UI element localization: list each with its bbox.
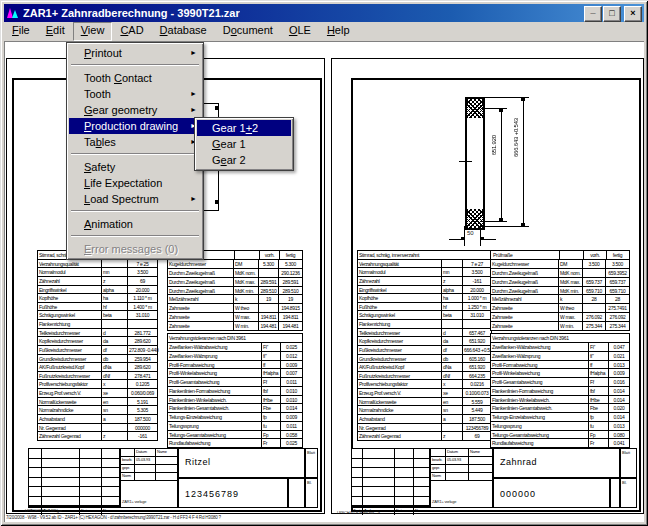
table-row: Fußkreisdurchmesser df 272.809 -0.440 [38,346,157,355]
cell-value: -161 [128,432,157,440]
menu-item[interactable]: Tooth Contact ► [69,70,201,86]
cell-value: 3.500 [463,268,491,276]
plot-note: I-PSCH PT P-B-BP har [25,508,62,513]
menu-item[interactable]: Tables ► [69,134,201,150]
table-row: AK/Fußnutzkreisd.Kopf dNa 289.620 [38,363,157,372]
menu-bar: FileEditViewCADDatabaseDocumentOLEHelp [4,22,644,41]
menubar-item[interactable]: View [73,22,113,41]
status-footer: 7/20/2008 - W98 - V9.52 ab ID - ZAR1+ (C… [6,515,221,520]
table-row: gepr. [431,465,492,473]
menu-item[interactable]: Gear 1 ► [197,136,291,152]
minimize-button[interactable]: _ [584,6,602,22]
cell-symbol: fHbe [589,396,609,404]
title-bar[interactable]: ZAR1+ Zahnradberechnung - 3990T21.zar _ … [4,4,644,22]
menu-item[interactable]: Production drawing ► [69,118,201,134]
cell-label: Rundlaufabweichung [491,439,589,447]
menubar-item[interactable]: Edit [38,22,73,41]
cell-value: 187.500 [128,415,157,423]
cell-label: Grundkreisdurchmesser [38,355,102,363]
menu-item[interactable]: Safety ► [69,159,201,175]
table-row: Profil-Gesamtabweichung Ff 0.011 [168,378,302,387]
menu-item[interactable] [69,232,201,241]
menubar-item[interactable]: File [4,22,38,41]
menu-item[interactable] [69,207,201,216]
table-row [352,478,429,488]
cell-label: Fußhöhe [38,303,102,311]
menubar-item[interactable]: Help [319,22,358,41]
cell-symbol [442,424,463,432]
part-name-cell: Zahnrad [493,448,620,478]
table-row: Profil-Winkelabweichung fHalpha 0.009 [491,369,629,378]
table-row: Durchm.Zweikugelmaß MdK min. 289.510 289… [168,287,302,296]
table-row: Teilungssprung fu 0.013 [491,422,629,431]
menu-item[interactable] [69,61,201,70]
menubar-item[interactable]: OLE [281,22,319,41]
part-name-cell: Ritzel [178,448,305,478]
table-row [29,449,119,459]
menu-item[interactable]: Gear geometry ► [69,102,201,118]
cell-symbol [102,260,128,268]
centerline [459,161,472,162]
cell-label: Durchm.Zweikugelmaß [491,269,559,277]
cell-label: Profilverschiebungsfaktor [358,380,442,388]
table-header: Verzahnungstoleranzen nach DIN 3961 [168,334,302,343]
cell-label: Zweiflanken-Wälzsprung [168,352,262,360]
cell-label: Teilungssprung [491,422,589,430]
table-row: Eingriffswinkel alpha 20.000 [358,286,491,295]
menu-item[interactable]: Gear 2 ► [197,152,291,168]
cell-value: 651.920 [463,363,491,371]
cell-symbol: en [442,398,463,406]
cell-label: Schrägungswinkel [358,311,442,319]
menu-item[interactable]: Tooth ► [69,86,201,102]
gear1-tolerance-table: Verzahnungstoleranzen nach DIN 3961 Zwei… [167,333,303,448]
cell-value: 000000 [128,424,157,432]
dimension-arrow [499,108,503,112]
table-row: Zweiflanken-Wälzabweichung Fi" 0.025 [168,343,302,352]
menubar-item[interactable]: Database [152,22,215,41]
cell-symbol: d [102,329,128,337]
menu-item[interactable]: Life Expectation ► [69,175,201,191]
table-row: Verzahnungsqualität 7 e 25 [38,260,157,269]
menu-item[interactable]: Printout ► [69,45,201,61]
table-row: Durchm.Zweikugelmaß MdK nom. 659.3952 [491,269,629,278]
cell-symbol: DM [559,260,583,268]
cell-value: 187.500 [463,415,491,423]
cell-value: 0.007 [281,369,302,377]
menu-item[interactable]: Error messages (0) ► [69,241,201,257]
menubar-item[interactable]: CAD [112,22,151,41]
maximize-button[interactable]: □ [603,6,621,22]
table-row: Durchm.Zweikugelmaß MdK max. 659.737 659… [491,278,629,287]
cell-symbol: fp [589,413,609,421]
menu-item-label: Tooth Contact [84,72,152,84]
cell-value: 0.011 [281,422,302,430]
table-row: Flankenlinien-Formabweichung fbf 0.014 [491,387,629,396]
cell-symbol: d [442,329,463,337]
cell-label: Zahnweite [491,313,559,321]
table-row: Zweiflanken-Wälzsprung fi" 0.012 [168,352,302,361]
cell-label: Zähnezahl Gegenrad [38,432,102,440]
menu-item[interactable]: Animation ► [69,216,201,232]
cell-label: Profil-Gesamtabweichung [168,378,262,386]
table-row: Zähnezahl Gegenrad z 69 [358,432,491,441]
cell-value: -161 [463,277,491,285]
cell-symbol [442,320,463,328]
cell-value: 1.110 * m [128,294,157,302]
menu-item[interactable] [69,150,201,159]
cell-label: Schrägungswinkel [38,311,102,319]
close-button[interactable]: × [624,6,642,22]
cell-value: 0.025 [281,343,302,351]
titleblock-note: ZAR1+ vorlage [432,499,456,504]
menu-item[interactable]: Load Spectrum ► [69,191,201,207]
table-row: Flankenlinien-Winkelabweich. fHbe 0.014 [491,396,629,405]
cell-label: Teilkreisdurchmesser [358,329,442,337]
table-row: Achsabstand a 187.500 [358,415,491,424]
menu-item[interactable]: Gear 1+2 ► [197,120,291,136]
table-row [352,468,429,478]
table-row [29,468,119,478]
table-row: Meßzähnezahl k 28 28 [491,295,629,304]
menubar-item[interactable]: Document [215,22,281,41]
cell-value: 0.014 [609,413,629,421]
table-row: bearb. 05.03.93 [431,457,492,465]
cell-symbol: fu [262,422,281,430]
cell-value: 5.449 [463,406,491,414]
